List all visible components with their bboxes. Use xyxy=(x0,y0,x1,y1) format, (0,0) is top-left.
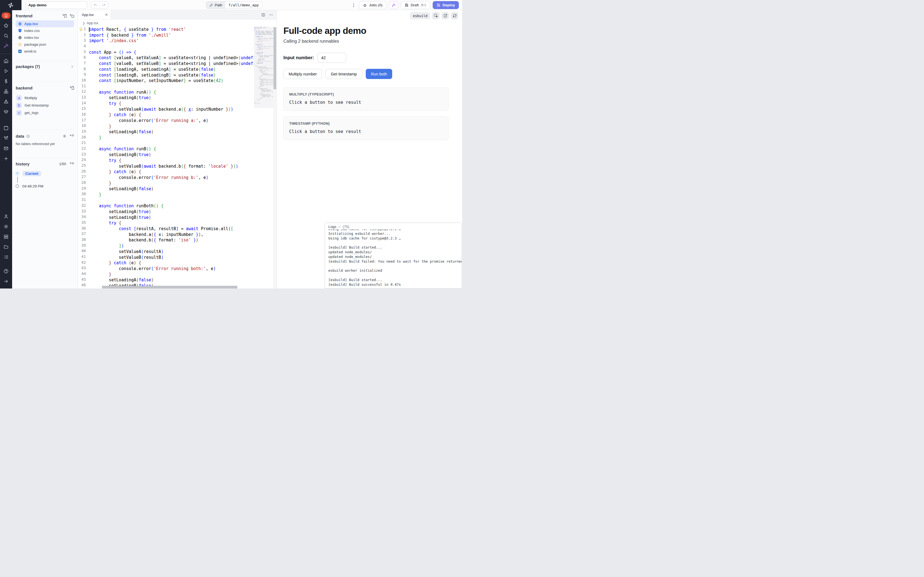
code-line[interactable]: const [resultA, resultB] = await Promise… xyxy=(89,226,254,232)
runnable-a[interactable]: aMultiply xyxy=(16,94,74,102)
history-entry[interactable]: 04:48:29 PM xyxy=(16,183,74,189)
code-line[interactable]: ]) xyxy=(89,243,254,249)
history-entry[interactable]: Current xyxy=(16,170,74,177)
rail-play-icon[interactable] xyxy=(3,68,9,74)
redo-button[interactable] xyxy=(100,2,108,8)
code-line[interactable]: import './index.css' xyxy=(89,38,254,44)
rail-cubes-icon[interactable] xyxy=(3,89,9,94)
rail-cap-icon[interactable] xyxy=(3,109,9,115)
code-line[interactable]: } xyxy=(89,124,254,129)
number-input[interactable] xyxy=(318,53,346,63)
logs-header[interactable]: Logs (75) xyxy=(325,223,461,229)
code-line[interactable]: async function runBoth() { xyxy=(89,203,254,209)
code-line[interactable]: import './index.css' xyxy=(254,28,257,29)
code-line[interactable]: const App = () => { xyxy=(89,50,254,55)
code-line[interactable]: const [inputNumber, setInputNumber] = us… xyxy=(254,34,257,35)
code-line[interactable]: ​ xyxy=(89,141,254,147)
code-line[interactable]: console.error('Error running both:', e) xyxy=(89,266,254,272)
code-line[interactable]: } xyxy=(89,272,254,277)
rail-search-icon[interactable] xyxy=(3,33,9,39)
minimap[interactable]: import React, { useState } from 'react'i… xyxy=(254,27,273,288)
code-line[interactable]: import { backend } from './wmill' xyxy=(89,32,254,38)
code-line[interactable]: setLoadingA(true) xyxy=(89,95,254,101)
code-line[interactable]: const [loadingB, setLoadingB] = useState… xyxy=(89,73,254,78)
editor-more-icon[interactable] xyxy=(269,13,273,17)
code-line[interactable]: setLoadingB(false) xyxy=(89,186,254,192)
code-line[interactable]: const [inputNumber, setInputNumber] = us… xyxy=(89,78,254,84)
windmill-logo[interactable] xyxy=(0,0,21,10)
lightbulb-icon[interactable] xyxy=(79,27,83,32)
code-line[interactable]: setValueA(resultA) xyxy=(89,249,254,255)
rail-star-icon[interactable] xyxy=(3,23,9,29)
workspace-badge[interactable] xyxy=(2,12,10,19)
code-line[interactable]: setLoadingA(false) xyxy=(89,129,254,135)
packages-row[interactable]: packages (7) xyxy=(16,61,74,69)
file-item-package.json[interactable]: {}package.json xyxy=(16,41,74,48)
code-line[interactable]: } catch (e) { xyxy=(89,169,254,175)
runnable-c[interactable]: cget_logs xyxy=(16,109,74,116)
draft-button[interactable]: Draft ⌘S xyxy=(401,1,430,9)
code-line[interactable]: setLoadingA(false) xyxy=(89,277,254,283)
rail-gear-icon[interactable] xyxy=(3,224,9,230)
code-line[interactable]: const [valueA, setValueA] = useState<str… xyxy=(89,55,254,61)
rail-plus-icon[interactable] xyxy=(3,156,9,161)
file-item-App.tsx[interactable]: App.tsx xyxy=(16,20,74,27)
code-line[interactable]: ​ xyxy=(89,44,254,50)
multiply-number-button[interactable]: Multiply number xyxy=(284,69,322,79)
add-runnable-icon[interactable] xyxy=(69,85,74,90)
rail-calendar-icon[interactable] xyxy=(3,125,9,131)
rail-help-icon[interactable] xyxy=(3,268,9,274)
file-item-index.tsx[interactable]: index.tsx xyxy=(16,34,74,41)
rail-mail-icon[interactable] xyxy=(3,145,9,152)
get-timestamp-button[interactable]: Get timestamp xyxy=(326,69,362,79)
code-area[interactable]: 1234567891011121314151617181920212223242… xyxy=(78,27,276,288)
code-line[interactable]: try { xyxy=(89,158,254,163)
path-control[interactable]: Path f/all/demo_app xyxy=(206,2,262,9)
code-line[interactable]: backend.b({ format: 'iso' }) xyxy=(89,237,254,243)
deploy-button[interactable]: Deploy xyxy=(433,1,459,9)
code-line[interactable]: ​ xyxy=(89,84,254,89)
inspect-element-button[interactable] xyxy=(432,12,440,19)
code-line[interactable]: } catch (e) { xyxy=(89,112,254,118)
code-line[interactable]: const [loadingA, setLoadingA] = useState… xyxy=(89,67,254,73)
code-line[interactable]: console.error('Error running a:', e) xyxy=(89,118,254,124)
code-line[interactable]: } catch (e) { xyxy=(89,260,254,266)
code-line[interactable]: import React, { useState } from 'react' xyxy=(89,27,254,32)
refresh-preview-button[interactable] xyxy=(451,12,458,19)
rail-route-icon[interactable] xyxy=(3,135,9,141)
snapshot-icon[interactable] xyxy=(69,161,74,166)
code-line[interactable]: setValueA(await backend.a({ x: inputNumb… xyxy=(89,106,254,112)
more-menu-icon[interactable] xyxy=(351,3,356,8)
code-line[interactable]: try { xyxy=(89,220,254,226)
code-line[interactable]: setValueB(resultB) xyxy=(89,255,254,260)
tab-app-tsx[interactable]: App.tsx ✕ xyxy=(78,10,111,19)
code-line[interactable]: } xyxy=(89,192,254,198)
logs-body[interactable]: Using idb cache for csstype@3.2.3 …Initi… xyxy=(325,229,461,286)
rail-wand-icon[interactable] xyxy=(3,43,9,49)
jobs-button[interactable]: Jobs (0) xyxy=(359,1,386,9)
runnable-b[interactable]: bGet timestamp xyxy=(16,102,74,109)
editor-horizontal-scrollbar[interactable] xyxy=(102,286,237,288)
rail-home-icon[interactable] xyxy=(3,58,9,64)
code-line[interactable]: setLoadingB(true) xyxy=(89,152,254,158)
close-tab-icon[interactable]: ✕ xyxy=(105,13,108,17)
rail-server-icon[interactable] xyxy=(3,234,9,240)
code-line[interactable]: } xyxy=(89,181,254,186)
add-folder-icon[interactable] xyxy=(69,13,74,18)
open-external-button[interactable] xyxy=(442,12,449,19)
file-item-index.css[interactable]: 3index.css xyxy=(16,27,74,34)
undo-button[interactable] xyxy=(91,2,100,8)
code-line[interactable]: async function runB() { xyxy=(89,146,254,152)
code-line[interactable]: setValueB(await backend.b({ format: 'loc… xyxy=(89,163,254,169)
code-line[interactable]: ​ xyxy=(89,198,254,203)
rail-folder-icon[interactable] xyxy=(3,244,9,250)
add-table-icon[interactable] xyxy=(69,134,74,139)
code-line[interactable]: console.error('Error running b:', e) xyxy=(89,175,254,181)
rail-arrow-right-icon[interactable] xyxy=(3,278,9,284)
run-both-button[interactable]: Run both xyxy=(366,69,392,79)
code-line[interactable]: setLoadingA(true) xyxy=(89,209,254,215)
code-line[interactable]: } xyxy=(89,135,254,141)
file-item-wmill.ts[interactable]: TSwmill.ts xyxy=(16,48,74,55)
code-line[interactable]: async function runA() { xyxy=(89,89,254,95)
code-line[interactable]: try { xyxy=(89,101,254,106)
